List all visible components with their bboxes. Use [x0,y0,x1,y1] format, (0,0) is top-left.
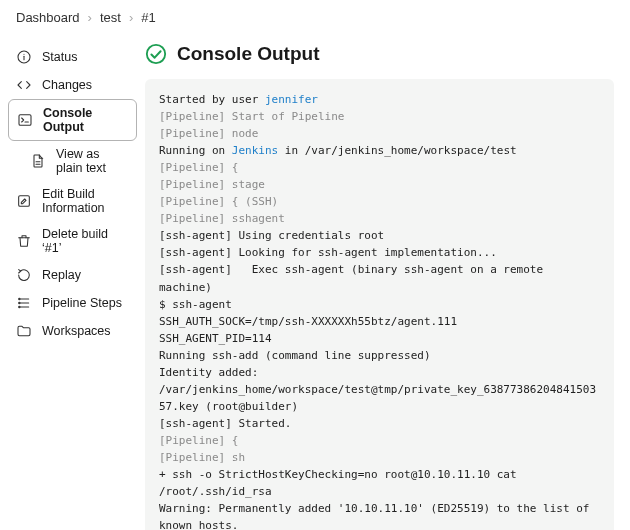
console-line: [ssh-agent] Looking for ssh-agent implem… [159,244,600,261]
terminal-icon [17,112,33,128]
sidebar-item-label: Replay [42,268,81,282]
trash-icon [16,233,32,249]
sidebar-item-label: Changes [42,78,92,92]
title-row: Console Output [145,43,614,65]
sidebar-item-label: Console Output [43,106,128,134]
sidebar-item-replay[interactable]: Replay [8,261,137,289]
sidebar: StatusChangesConsole OutputView as plain… [0,35,145,530]
console-line: [Pipeline] { [159,159,600,176]
svg-rect-3 [19,115,31,126]
redo-icon [16,267,32,283]
console-line: SSH_AUTH_SOCK=/tmp/ssh-XXXXXXh55btz/agen… [159,313,600,330]
code-icon [16,77,32,93]
console-line: [ssh-agent] Exec ssh-agent (binary ssh-a… [159,261,600,295]
console-line: [Pipeline] sshagent [159,210,600,227]
console-line: [Pipeline] node [159,125,600,142]
breadcrumb-item[interactable]: test [100,10,121,25]
console-line: [Pipeline] sh [159,449,600,466]
breadcrumb-separator: › [129,10,133,25]
sidebar-item-label: View as plain text [56,147,129,175]
sidebar-item-status[interactable]: Status [8,43,137,71]
sidebar-item-workspaces[interactable]: Workspaces [8,317,137,345]
svg-point-14 [147,45,165,63]
folder-icon [16,323,32,339]
console-line: [Pipeline] { [159,432,600,449]
console-line: [ssh-agent] Using credentials root [159,227,600,244]
steps-icon [16,295,32,311]
breadcrumb-item[interactable]: #1 [141,10,155,25]
sidebar-item-changes[interactable]: Changes [8,71,137,99]
breadcrumb-item[interactable]: Dashboard [16,10,80,25]
sidebar-item-pipeline-steps[interactable]: Pipeline Steps [8,289,137,317]
console-output-panel: Started by user jennifer[Pipeline] Start… [145,79,614,530]
console-link[interactable]: jennifer [265,93,318,106]
console-line: Identity added: /var/jenkins_home/worksp… [159,364,600,415]
breadcrumb: Dashboard›test›#1 [0,0,630,35]
console-line: [Pipeline] Start of Pipeline [159,108,600,125]
console-line: $ ssh-agent [159,296,600,313]
sidebar-item-label: Status [42,50,77,64]
status-success-icon [145,43,167,65]
sidebar-item-view-plain-text[interactable]: View as plain text [22,141,137,181]
console-link[interactable]: Jenkins [232,144,278,157]
console-line: [Pipeline] stage [159,176,600,193]
console-line: Running ssh-add (command line suppressed… [159,347,600,364]
sidebar-item-label: Delete build ‘#1’ [42,227,129,255]
edit-icon [16,193,32,209]
sidebar-item-label: Workspaces [42,324,111,338]
page-title: Console Output [177,43,319,65]
sidebar-item-delete-build[interactable]: Delete build ‘#1’ [8,221,137,261]
console-line: [Pipeline] { (SSH) [159,193,600,210]
console-line: Started by user jennifer [159,91,600,108]
sidebar-item-label: Edit Build Information [42,187,129,215]
sidebar-item-label: Pipeline Steps [42,296,122,310]
breadcrumb-separator: › [88,10,92,25]
main: Console Output Started by user jennifer[… [145,35,630,530]
svg-rect-7 [19,196,30,207]
info-icon [16,49,32,65]
sidebar-item-edit-build-info[interactable]: Edit Build Information [8,181,137,221]
console-line: [ssh-agent] Started. [159,415,600,432]
console-line: Warning: Permanently added '10.10.11.10'… [159,500,600,530]
document-icon [30,153,46,169]
console-line: Running on Jenkins in /var/jenkins_home/… [159,142,600,159]
console-line: + ssh -o StrictHostKeyChecking=no root@1… [159,466,600,500]
console-line: SSH_AGENT_PID=114 [159,330,600,347]
sidebar-item-console-output[interactable]: Console Output [8,99,137,141]
